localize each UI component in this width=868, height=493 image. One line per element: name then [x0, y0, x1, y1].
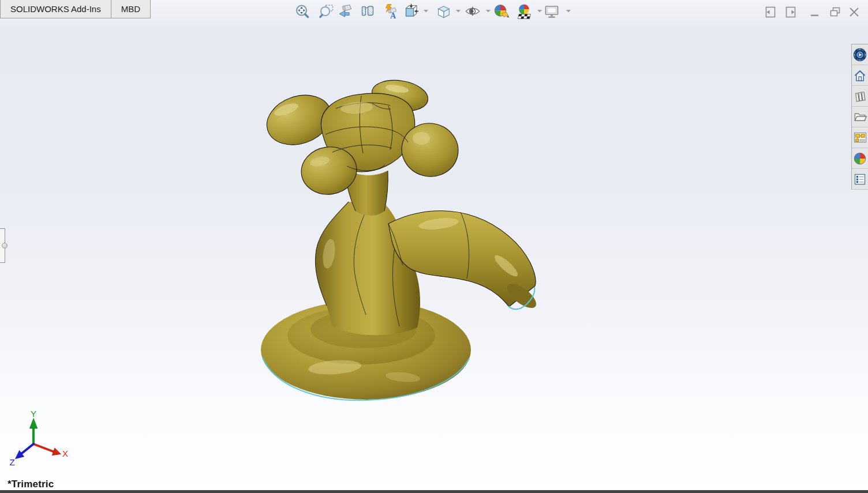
triad-y-label: Y: [31, 409, 36, 419]
edit-appearance-sphere-pencil-icon[interactable]: [493, 3, 510, 20]
solidworks-window: SOLIDWORKS Add-Ins MBD A: [0, 0, 868, 493]
orientation-triad: Y X Z: [5, 409, 74, 479]
zoom-to-area-icon[interactable]: [319, 3, 335, 20]
hide-show-items-eye-icon[interactable]: [465, 3, 481, 20]
apply-scene-dropdown-icon[interactable]: [537, 9, 542, 13]
zoom-to-fit-icon[interactable]: [294, 3, 310, 20]
taskpane-item-custom-properties[interactable]: [852, 169, 868, 190]
view-settings-monitor-icon[interactable]: [544, 3, 560, 20]
task-pane: [851, 44, 868, 190]
taskpane-item-file-explorer[interactable]: [852, 107, 868, 127]
view-settings-dropdown-icon[interactable]: [566, 9, 571, 13]
apply-scene-sphere-checker-icon[interactable]: [517, 3, 533, 20]
view-orientation-cube-icon[interactable]: [436, 3, 452, 20]
view-palette-icon: [854, 131, 867, 144]
home-icon: [854, 69, 866, 82]
view-orientation-dropdown-icon[interactable]: [456, 9, 461, 13]
collapse-right-pane-icon[interactable]: [784, 6, 797, 18]
cube-inward-arrows-icon[interactable]: [403, 3, 419, 20]
cube-inward-arrows-dropdown-icon[interactable]: [424, 9, 428, 13]
taskpane-item-resources[interactable]: [852, 44, 868, 65]
file-explorer-folder-icon: [854, 110, 867, 123]
bottom-window-edge: [0, 490, 868, 493]
taskpane-item-view-palette[interactable]: [852, 127, 868, 148]
view-orientation-label: *Trimetric: [8, 479, 54, 490]
triad-x-label: X: [62, 449, 68, 458]
taskpane-item-design-library[interactable]: [852, 86, 868, 107]
taskpane-item-home[interactable]: [852, 65, 868, 86]
circular-play-resources-icon: [853, 48, 867, 62]
minimize-icon[interactable]: [809, 6, 821, 18]
close-icon[interactable]: [848, 6, 860, 18]
design-library-books-icon: [854, 90, 866, 103]
tab-mbd[interactable]: MBD: [111, 0, 150, 18]
triad-z-label: Z: [9, 457, 14, 467]
hide-show-items-dropdown-icon[interactable]: [486, 9, 491, 13]
taskpane-item-appearances[interactable]: [852, 148, 868, 169]
dynamic-annotation-views-icon[interactable]: A: [382, 3, 398, 20]
graphics-area-faucet-model[interactable]: [248, 75, 554, 409]
pane-expand-knob-icon[interactable]: [2, 243, 8, 249]
commandmanager-tab-bar: SOLIDWORKS Add-Ins MBD: [0, 0, 151, 18]
appearances-sphere-icon: [854, 152, 866, 165]
featuremanager-collapsed-tab[interactable]: [0, 228, 5, 263]
tab-solidworks-add-ins[interactable]: SOLIDWORKS Add-Ins: [1, 0, 111, 18]
svg-text:A: A: [390, 12, 396, 20]
restore-icon[interactable]: [829, 6, 841, 18]
custom-properties-form-icon: [854, 173, 866, 186]
section-view-icon[interactable]: [360, 3, 376, 20]
previous-view-icon[interactable]: [338, 3, 354, 20]
collapse-left-pane-icon[interactable]: [764, 6, 777, 18]
